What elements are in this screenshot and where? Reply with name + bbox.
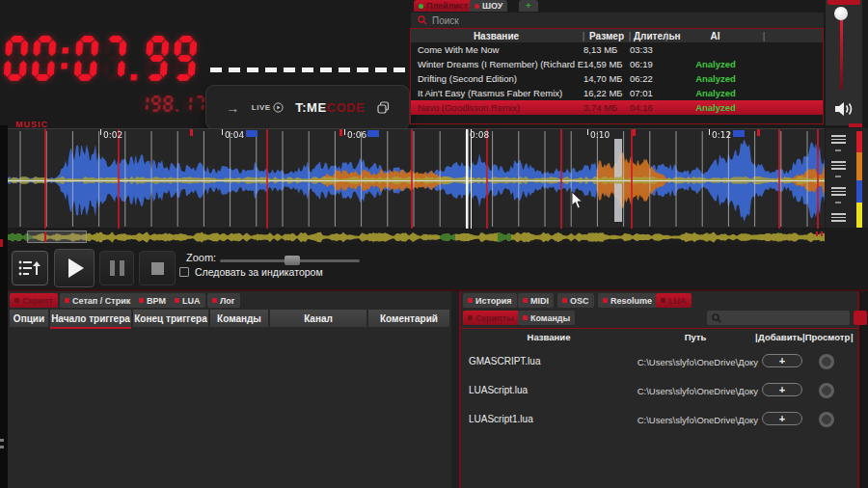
zoom-label: Zoom: [186,252,216,263]
add-script-button[interactable]: + [762,383,802,396]
layer-divider [835,176,841,177]
follow-checkbox[interactable] [179,267,189,277]
timecode-display [5,36,202,86]
col-options[interactable]: Опции [10,310,48,327]
script-row[interactable]: GMASCRIPT.lua C:\Users\slyfo\OneDrive\До… [461,347,866,376]
layer-divider [835,202,841,203]
tab-lua[interactable]: LUA [170,293,205,308]
volume-panel [826,0,862,125]
live-button[interactable]: LIVE [252,102,284,113]
play-button[interactable] [54,249,95,287]
playlist-header: Название| Размер| Длительн| AI| [411,29,824,42]
left-edge-strip [0,125,8,488]
follow-label: Следовать за индикатором [195,266,323,278]
stop-button[interactable] [139,251,176,285]
cue-list-button[interactable] [12,251,48,285]
script-row[interactable]: LUAScript1.lua C:\Users\slyfo\OneDrive\Д… [461,405,866,434]
copy-icon[interactable] [377,101,390,114]
tab-lua-right[interactable]: LUA [656,293,692,308]
layer-color-yellow [856,203,862,228]
scripts-search-input[interactable] [707,311,850,325]
view-script-radio[interactable] [819,412,834,427]
triggers-panel: Скрипт Сетап / Стрик BPM LUA Лог Опции Н… [0,291,451,488]
layer-divider [835,149,841,151]
waveform-canvas[interactable] [8,129,825,229]
tab-setup-stream[interactable]: Сетап / Стрик [60,293,135,308]
playlist-row[interactable]: Drifting (Second Edition)14,70 МБ06:22An… [411,71,824,86]
stop-icon [151,262,164,275]
track-layers-panel [826,128,868,228]
pause-icon [110,260,124,276]
mouse-cursor [571,191,584,210]
bpm-display [139,95,206,117]
col-trigger-start[interactable]: Начало триггера [50,310,131,327]
active-column-underline [50,327,131,329]
panel-border [410,28,411,124]
tab-osc[interactable]: OSC [557,293,594,308]
tab-script[interactable]: Скрипт [10,293,58,308]
add-script-button[interactable]: + [762,354,802,367]
tab-playlist[interactable]: Плейлист [414,0,473,12]
search-icon [712,313,721,323]
view-script-radio[interactable] [819,354,834,369]
tab-show[interactable]: ШОУ [470,0,507,12]
col-view[interactable]: Просмотр [805,330,850,344]
tab-history[interactable]: История [463,293,517,308]
dashed-separator [210,68,409,72]
layer-menu-icon[interactable] [831,213,846,222]
volume-slider-knob[interactable] [834,7,848,20]
subtab-commands[interactable]: Команды [518,311,575,325]
playlist-row-selected[interactable]: Navo (Goodlsson Remix)3,74 МБ04:16Analyz… [411,100,824,115]
pause-button[interactable] [99,251,134,285]
panel-border [410,123,824,124]
toolbar-panel: → LIVE T:MECODE [205,85,410,130]
view-script-radio[interactable] [819,383,834,398]
search-icon [418,15,427,25]
overview-strip[interactable] [8,230,825,244]
add-track-button[interactable]: + [519,0,538,12]
divider [461,328,858,329]
col-channel[interactable]: Канал [270,310,366,327]
playlist-row[interactable]: Come With Me Now8,13 МБ03:33 [411,42,824,57]
col-script-path[interactable]: Путь [637,330,754,344]
waveform-panel[interactable] [8,128,825,228]
playlist-search-input[interactable]: Поиск [411,13,824,28]
red-dot-icon [475,4,479,9]
panel-border [823,28,824,124]
col-comment[interactable]: Коментарий [368,310,449,327]
playlist-row[interactable]: Winter Dreams (I Remember) (Richard Earn… [411,57,824,71]
playlist-row[interactable]: It Ain't Easy (Rasmus Faber Remix)16,22 … [411,86,824,100]
app-window: MUSIC → LIVE T:MECODE Плейлист ШОУ + Пои… [0,0,868,488]
layer-menu-icon[interactable] [831,135,846,144]
tab-log[interactable]: Лог [207,293,240,308]
playlist-panel: Плейлист ШОУ + Поиск Название| Размер| Д… [410,0,825,124]
zoom-slider-knob[interactable] [285,256,300,265]
layer-menu-icon[interactable] [831,161,846,170]
play-icon [68,258,84,278]
script-row[interactable]: LUAScript.lua C:\Users\slyfo\OneDrive\До… [461,376,866,405]
tab-resolume[interactable]: Resolume [598,293,657,308]
red-marker [849,123,862,127]
layer-color-red [856,131,862,152]
volume-slider-track[interactable] [840,20,843,90]
layer-menu-icon[interactable] [831,187,846,196]
col-script-name[interactable]: Название [461,330,637,344]
live-play-icon [273,102,284,113]
scripts-panel: История MIDI OSC Resolume LUA Скрипты Ко… [461,291,857,488]
subtab-scripts[interactable]: Скрипты [463,311,519,325]
tab-midi[interactable]: MIDI [518,293,554,308]
timecode-logo: T:MECODE [295,100,365,115]
overview-canvas[interactable] [8,230,825,244]
cue-list-icon [18,258,41,278]
layer-color-orange [856,152,862,180]
volume-label [827,0,860,5]
col-commands[interactable]: Команды [210,310,268,327]
speaker-icon[interactable] [833,99,855,119]
arrow-icon[interactable]: → [226,100,239,116]
add-script-button[interactable]: + [762,412,802,425]
panel-action-button[interactable] [854,311,867,325]
col-add[interactable]: Добавить [759,330,801,344]
layer-color-blue [856,180,862,203]
col-trigger-end[interactable]: Конец триггера [133,310,208,327]
tab-bpm[interactable]: BPM [134,293,171,308]
